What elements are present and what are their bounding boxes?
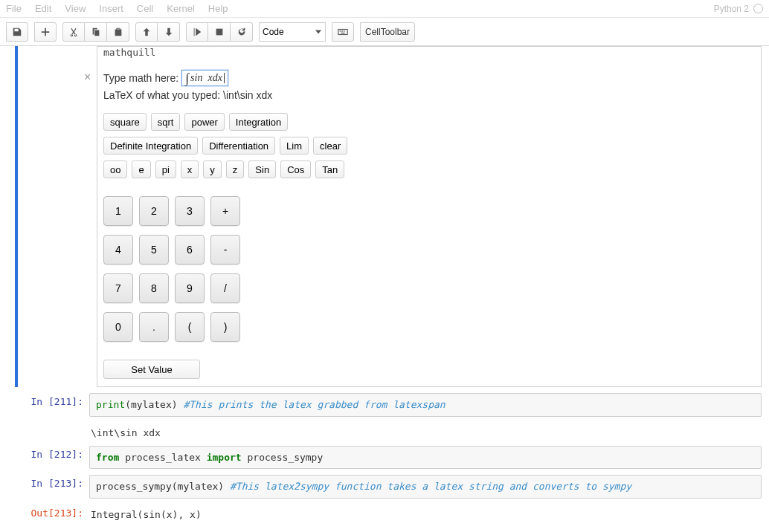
- svg-rect-0: [216, 28, 222, 35]
- text-cursor-icon: [224, 73, 225, 83]
- code-input[interactable]: print(mylatex) #This prints the latex gr…: [89, 393, 762, 417]
- op-integration[interactable]: Integration: [229, 113, 288, 131]
- op-sqrt[interactable]: sqrt: [151, 113, 181, 131]
- op-oo[interactable]: oo: [103, 160, 127, 178]
- op-lim[interactable]: Lim: [280, 137, 309, 155]
- kernel-indicator: Python 2: [714, 4, 763, 14]
- close-icon[interactable]: ×: [84, 71, 91, 84]
- svg-rect-3: [341, 30, 343, 31]
- op-sin[interactable]: Sin: [248, 160, 276, 178]
- key-4[interactable]: 4: [103, 235, 133, 265]
- key-minus[interactable]: -: [210, 235, 240, 265]
- out-prompt: Out[213]:: [7, 505, 89, 522]
- paste-button[interactable]: [107, 22, 129, 42]
- output-213: Out[213]: Integral(sin(x), x): [7, 505, 762, 522]
- keyboard-icon: [338, 27, 348, 37]
- menu-view[interactable]: View: [65, 3, 86, 14]
- cut-button[interactable]: [62, 22, 85, 42]
- set-value-button[interactable]: Set Value: [103, 360, 200, 379]
- arrow-down-icon: [164, 27, 174, 37]
- menubar: File Edit View Insert Cell Kernel Help P…: [0, 0, 769, 18]
- move-up-button[interactable]: [135, 22, 158, 42]
- notebook-area: mathquill × Type math here: ∫ sin xdx La…: [0, 46, 769, 532]
- latex-value: \int\sin xdx: [223, 89, 272, 101]
- output-211: \int\sin xdx: [7, 423, 762, 440]
- op-z[interactable]: z: [226, 160, 245, 178]
- key-3[interactable]: 3: [175, 196, 205, 226]
- plus-icon: [40, 27, 51, 37]
- code-cell-213[interactable]: In [213]: process_sympy(mylatex) #This l…: [7, 475, 762, 499]
- stop-icon: [214, 27, 225, 37]
- execute-result: Integral(sin(x), x): [89, 505, 762, 522]
- scissors-icon: [68, 27, 79, 37]
- code-cell-211[interactable]: In [211]: print(mylatex) #This prints th…: [7, 393, 762, 417]
- svg-rect-4: [344, 30, 345, 31]
- op-power[interactable]: power: [184, 113, 224, 131]
- math-input[interactable]: ∫ sin xdx: [181, 70, 228, 86]
- key-5[interactable]: 5: [139, 235, 169, 265]
- key-7[interactable]: 7: [103, 273, 133, 303]
- key-0[interactable]: 0: [103, 312, 133, 342]
- op-e[interactable]: e: [132, 160, 150, 178]
- op-pi[interactable]: pi: [155, 160, 176, 178]
- key-plus[interactable]: +: [210, 196, 240, 226]
- kernel-name: Python 2: [714, 4, 749, 14]
- key-1[interactable]: 1: [103, 196, 133, 226]
- key-2[interactable]: 2: [139, 196, 169, 226]
- toolbar: Code CellToolbar: [0, 18, 769, 46]
- widget-module-label: mathquill: [97, 47, 761, 64]
- integral-icon: ∫: [185, 71, 189, 85]
- in-prompt: In [212]:: [7, 446, 89, 470]
- menu-cell[interactable]: Cell: [137, 3, 153, 14]
- menu-edit[interactable]: Edit: [35, 3, 51, 14]
- arrow-up-icon: [141, 27, 152, 37]
- op-clear[interactable]: clear: [313, 137, 347, 155]
- op-tan[interactable]: Tan: [315, 160, 344, 178]
- move-down-button[interactable]: [158, 22, 180, 42]
- copy-button[interactable]: [85, 22, 107, 42]
- widget-output: mathquill × Type math here: ∫ sin xdx La…: [97, 46, 762, 387]
- op-differentiation[interactable]: Differentiation: [202, 137, 275, 155]
- svg-rect-1: [338, 29, 347, 34]
- menu-insert[interactable]: Insert: [99, 3, 123, 14]
- code-input[interactable]: process_sympy(mylatex) #This latex2sympy…: [89, 475, 762, 499]
- key-6[interactable]: 6: [175, 235, 205, 265]
- op-row-1: square sqrt power Integration: [103, 113, 755, 131]
- key-8[interactable]: 8: [139, 273, 169, 303]
- svg-rect-5: [341, 32, 344, 33]
- menu-file[interactable]: File: [6, 3, 22, 14]
- cell-toolbar-button[interactable]: CellToolbar: [360, 22, 415, 42]
- menu-kernel[interactable]: Kernel: [167, 3, 195, 14]
- op-cos[interactable]: Cos: [280, 160, 311, 178]
- keypad: 1 2 3 + 4 5 6 - 7 8 9 / 0: [97, 193, 761, 360]
- op-square[interactable]: square: [103, 113, 147, 131]
- op-y[interactable]: y: [203, 160, 222, 178]
- key-lparen[interactable]: (: [175, 312, 205, 342]
- cell-type-select[interactable]: Code: [259, 22, 326, 42]
- restart-button[interactable]: [231, 22, 253, 42]
- stdout: \int\sin xdx: [89, 423, 762, 440]
- copy-icon: [91, 27, 101, 37]
- key-rparen[interactable]: ): [210, 312, 240, 342]
- op-row-3: oo e pi x y z Sin Cos Tan: [103, 160, 755, 178]
- op-definite-integration[interactable]: Definite Integration: [103, 137, 198, 155]
- code-cell-212[interactable]: In [212]: from process_latex import proc…: [7, 446, 762, 470]
- save-button[interactable]: [6, 22, 28, 42]
- run-icon: [192, 27, 202, 37]
- interrupt-button[interactable]: [208, 22, 231, 42]
- type-math-label: Type math here:: [103, 72, 178, 84]
- code-input[interactable]: from process_latex import process_sympy: [89, 446, 762, 470]
- command-palette-button[interactable]: [332, 22, 354, 42]
- key-9[interactable]: 9: [175, 273, 205, 303]
- op-row-2: Definite Integration Differentiation Lim…: [103, 137, 755, 155]
- key-dot[interactable]: .: [139, 312, 169, 342]
- op-x[interactable]: x: [181, 160, 199, 178]
- save-icon: [12, 27, 22, 37]
- insert-cell-button[interactable]: [34, 22, 57, 42]
- key-divide[interactable]: /: [210, 273, 240, 303]
- svg-rect-2: [340, 30, 341, 31]
- run-button[interactable]: [186, 22, 208, 42]
- menu-help[interactable]: Help: [208, 3, 228, 14]
- latex-label: LaTeX of what you typed:: [103, 89, 223, 101]
- widget-cell[interactable]: mathquill × Type math here: ∫ sin xdx La…: [15, 46, 762, 387]
